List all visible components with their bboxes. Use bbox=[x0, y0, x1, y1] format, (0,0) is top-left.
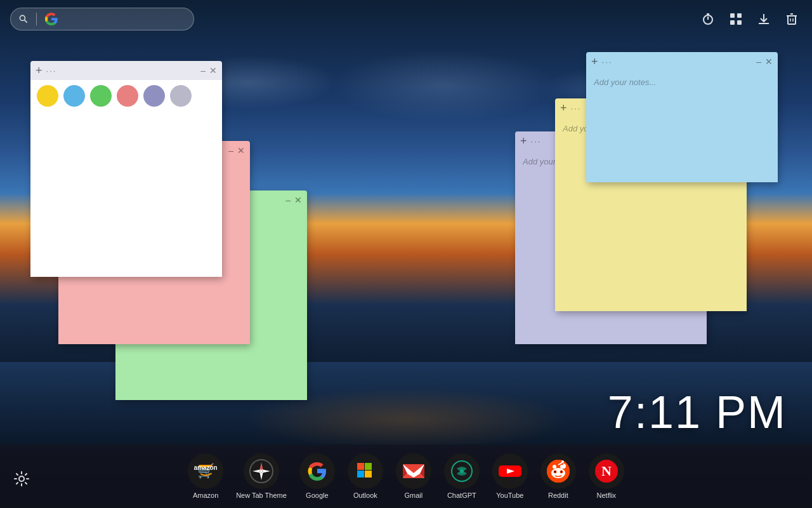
svg-point-0 bbox=[20, 15, 25, 20]
note-close-blue[interactable]: ✕ bbox=[765, 57, 773, 67]
dock-item-netflix[interactable]: N Netflix bbox=[589, 453, 624, 499]
search-bar[interactable] bbox=[10, 8, 194, 30]
topbar bbox=[0, 0, 812, 38]
note-dots-menu[interactable]: ··· bbox=[46, 66, 57, 76]
dock-item-outlook[interactable]: Outlook bbox=[348, 453, 383, 499]
svg-text:N: N bbox=[601, 463, 612, 479]
note-dots-lavender[interactable]: ··· bbox=[531, 137, 542, 146]
dock-item-amazon[interactable]: 🛒 amazon Amazon bbox=[188, 453, 223, 499]
note-add-lavender[interactable]: + bbox=[520, 135, 527, 148]
dock-item-chatgpt[interactable]: ChatGPT bbox=[444, 453, 480, 499]
svg-point-25 bbox=[260, 470, 263, 472]
sticky-note-blue-large: + ··· – ✕ Add your notes... bbox=[586, 52, 778, 182]
dock-item-reddit[interactable]: Reddit bbox=[540, 453, 576, 499]
svg-rect-6 bbox=[730, 13, 735, 18]
dock-label-newtab: New Tab Theme bbox=[236, 491, 287, 499]
note-dots-yellow[interactable]: ··· bbox=[571, 104, 582, 113]
dock-icon-youtube bbox=[492, 453, 528, 489]
svg-rect-34 bbox=[357, 471, 364, 478]
google-g-logo bbox=[44, 12, 58, 26]
svg-rect-8 bbox=[730, 20, 735, 25]
dock-label-reddit: Reddit bbox=[548, 491, 568, 499]
dock-icon-gmail bbox=[396, 453, 431, 489]
svg-rect-9 bbox=[737, 20, 742, 25]
dock-icon-google bbox=[299, 453, 335, 489]
dock-item-gmail[interactable]: Gmail bbox=[396, 453, 431, 499]
settings-gear-button[interactable] bbox=[10, 467, 33, 490]
dock-item-youtube[interactable]: YouTube bbox=[492, 453, 528, 499]
svg-point-54 bbox=[554, 471, 556, 472]
download-icon[interactable] bbox=[754, 9, 774, 29]
timer-icon[interactable] bbox=[698, 9, 718, 29]
svg-point-55 bbox=[561, 471, 562, 472]
note-minimize-blue[interactable]: – bbox=[756, 57, 761, 67]
note-minimize-green[interactable]: – bbox=[285, 195, 291, 205]
search-icon bbox=[18, 14, 29, 24]
dock-label-youtube: YouTube bbox=[496, 491, 523, 499]
svg-point-61 bbox=[560, 465, 564, 469]
dock-label-outlook: Outlook bbox=[353, 491, 377, 499]
svg-rect-7 bbox=[737, 13, 742, 18]
dock-item-newtab[interactable]: New Tab Theme bbox=[236, 453, 287, 499]
dock-icon-reddit bbox=[540, 453, 576, 489]
svg-point-44 bbox=[460, 469, 464, 473]
note-add-button[interactable]: + bbox=[36, 64, 43, 77]
color-pink[interactable] bbox=[117, 85, 138, 107]
note-add-yellow[interactable]: + bbox=[560, 102, 567, 115]
dock-icon-newtab bbox=[244, 453, 279, 489]
note-close-pink[interactable]: ✕ bbox=[237, 145, 245, 156]
svg-rect-32 bbox=[357, 463, 364, 470]
note-minimize-pink[interactable]: – bbox=[228, 145, 233, 156]
color-green[interactable] bbox=[90, 85, 112, 107]
search-divider bbox=[36, 13, 37, 25]
color-yellow[interactable] bbox=[37, 85, 58, 107]
svg-point-60 bbox=[553, 465, 556, 469]
note-close-white[interactable]: ✕ bbox=[209, 65, 217, 76]
svg-line-1 bbox=[25, 20, 27, 23]
note-body-white[interactable] bbox=[30, 112, 222, 277]
dock-label-amazon: Amazon bbox=[193, 491, 218, 499]
dock-label-netflix: Netflix bbox=[597, 491, 617, 499]
note-color-picker bbox=[30, 80, 222, 112]
dock-item-google[interactable]: Google bbox=[299, 453, 335, 499]
svg-rect-12 bbox=[788, 16, 796, 24]
dock-label-chatgpt: ChatGPT bbox=[447, 491, 476, 499]
note-dots-blue[interactable]: ··· bbox=[602, 57, 613, 67]
dock-icon-outlook bbox=[348, 453, 383, 489]
dock-icon-chatgpt bbox=[444, 453, 480, 489]
color-lavender[interactable] bbox=[143, 85, 165, 107]
svg-point-59 bbox=[561, 460, 564, 463]
dock-label-gmail: Gmail bbox=[404, 491, 422, 499]
note-minimize-white[interactable]: – bbox=[200, 65, 206, 76]
sticky-note-white: + ··· – ✕ bbox=[30, 61, 222, 277]
svg-rect-33 bbox=[365, 463, 372, 470]
color-gray[interactable] bbox=[170, 85, 192, 107]
note-close-green[interactable]: ✕ bbox=[294, 195, 302, 205]
apps-grid-icon[interactable] bbox=[726, 9, 746, 29]
note-body-blue-large[interactable]: Add your notes... bbox=[586, 71, 778, 182]
dock: 🛒 amazon Amazon New Tab Theme bbox=[0, 444, 812, 508]
dock-label-google: Google bbox=[306, 491, 328, 499]
svg-point-17 bbox=[19, 476, 24, 481]
dock-icon-amazon: 🛒 amazon bbox=[188, 453, 223, 489]
note-header-white: + ··· – ✕ bbox=[30, 61, 222, 80]
svg-text:amazon: amazon bbox=[194, 464, 217, 471]
trash-icon[interactable] bbox=[782, 9, 802, 29]
dock-icon-netflix: N bbox=[589, 453, 624, 489]
svg-rect-35 bbox=[365, 471, 372, 478]
topbar-right bbox=[698, 9, 802, 29]
note-add-blue[interactable]: + bbox=[591, 55, 598, 69]
note-header-blue-large: + ··· – ✕ bbox=[586, 52, 778, 71]
color-blue[interactable] bbox=[63, 85, 85, 107]
clock-display: 7:11 PM bbox=[608, 386, 787, 438]
